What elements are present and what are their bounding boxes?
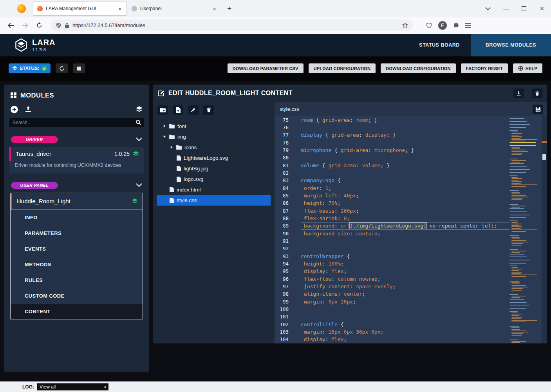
- tree-item-lightwarelogo-svg[interactable]: LightwareLogo.svg: [157, 153, 271, 163]
- code-line[interactable]: companyLogo {: [301, 177, 509, 184]
- nav-browse-modules[interactable]: BROWSE MODULES: [471, 34, 551, 56]
- code-line[interactable]: background: url(./img/LightwareLogo.svg)…: [301, 222, 509, 229]
- modules-layers-button[interactable]: [135, 106, 143, 113]
- module-menu-item-methods[interactable]: METHODS: [11, 257, 143, 273]
- tracking-protection-icon[interactable]: [56, 22, 61, 29]
- driver-collapse-chevron-icon[interactable]: [136, 137, 142, 141]
- tree-item-logo-svg[interactable]: logo.svg: [157, 174, 271, 184]
- code-line[interactable]: [301, 154, 509, 161]
- nav-status-board[interactable]: STATUS BOARD: [408, 34, 470, 56]
- code-line[interactable]: [301, 139, 509, 146]
- module-menu-item-parameters[interactable]: PARAMETERS: [11, 226, 143, 241]
- code-line[interactable]: display { grid-area: display; }: [301, 131, 509, 139]
- code-line[interactable]: volume { grid-area: volume; }: [301, 162, 509, 169]
- code-line[interactable]: [301, 313, 509, 320]
- tree-item-font[interactable]: font: [157, 121, 271, 132]
- chevron-right-icon[interactable]: [170, 145, 173, 149]
- code-line[interactable]: controlWrapper {: [301, 253, 509, 260]
- download-content-button[interactable]: [513, 89, 524, 98]
- maximize-button[interactable]: [515, 0, 533, 17]
- user-panel-collapse-chevron-icon[interactable]: [136, 183, 142, 187]
- delete-content-button[interactable]: [532, 89, 542, 98]
- scrollbar-thumb[interactable]: [542, 154, 546, 160]
- module-menu-item-content[interactable]: CONTENT: [11, 304, 143, 320]
- log-filter-select[interactable]: View all ▾: [37, 383, 108, 390]
- tree-item-lightbg-jpg[interactable]: lightBg.jpg: [157, 163, 271, 174]
- code-line[interactable]: background-size: contain;: [301, 230, 509, 237]
- minimap[interactable]: [509, 116, 542, 343]
- tree-item-index-html[interactable]: index.html: [157, 184, 271, 195]
- code-line[interactable]: [301, 124, 509, 131]
- close-window-button[interactable]: ×: [533, 0, 551, 17]
- code-line[interactable]: order: 1;: [301, 184, 509, 192]
- tree-item-style-css[interactable]: style.css: [157, 195, 271, 206]
- tab-list-chevron-icon[interactable]: [479, 0, 497, 17]
- code-line[interactable]: margin: 0px 20px;: [301, 298, 509, 305]
- code-line[interactable]: margin-left: 40px;: [301, 192, 509, 199]
- user-module-header[interactable]: Huddle_Room_Light: [11, 193, 143, 210]
- module-menu-item-rules[interactable]: RULES: [11, 273, 143, 288]
- new-file-button[interactable]: [173, 105, 183, 115]
- code-text-area[interactable]: room { grid-area: room; }display { grid-…: [295, 116, 509, 343]
- chevron-right-icon[interactable]: [163, 124, 166, 128]
- code-line[interactable]: flex-flow: column nowrap;: [301, 275, 509, 283]
- code-line[interactable]: justify-content: space-evenly;: [301, 283, 509, 290]
- code-line[interactable]: room { grid-area: room; }: [301, 116, 509, 124]
- status-button[interactable]: STATUS:: [9, 63, 51, 73]
- delete-file-button[interactable]: [203, 105, 214, 115]
- toolbar-button-download-configuration[interactable]: DOWNLOAD CONFIGURATION: [381, 63, 456, 73]
- toolbar-button-upload-configuration[interactable]: UPLOAD CONFIGURATION: [309, 63, 376, 73]
- tab-close-icon[interactable]: ×: [212, 5, 217, 13]
- toolbar-button-help[interactable]: HELP: [513, 63, 542, 73]
- stop-button[interactable]: [73, 63, 85, 73]
- browser-tab-lara-management-gui[interactable]: LARA Management GUI×: [33, 2, 127, 16]
- module-menu-item-events[interactable]: EVENTS: [11, 241, 143, 257]
- forward-button[interactable]: [19, 20, 31, 31]
- minimize-button[interactable]: —: [497, 0, 515, 17]
- code-line[interactable]: flex-shrink: 0;: [301, 215, 509, 222]
- menu-hamburger-icon[interactable]: [465, 23, 471, 28]
- profile-avatar[interactable]: F: [438, 21, 447, 30]
- chevron-down-icon[interactable]: [163, 135, 166, 139]
- new-folder-button[interactable]: [157, 105, 168, 115]
- code-line[interactable]: [301, 237, 509, 245]
- rename-file-button[interactable]: [188, 105, 199, 115]
- upload-module-button[interactable]: [25, 106, 32, 113]
- tab-close-icon[interactable]: ×: [117, 5, 123, 13]
- code-line[interactable]: [301, 169, 509, 177]
- code-line[interactable]: controlTitle {: [301, 321, 509, 328]
- toolbar-button-download-parameter-csv[interactable]: DOWNLOAD PARAMETER CSV: [228, 63, 304, 73]
- back-button[interactable]: [5, 20, 17, 31]
- code-line[interactable]: margin: 15px 0px 30px 0px;: [301, 328, 509, 336]
- pocket-shield-icon[interactable]: [426, 22, 432, 29]
- save-file-button[interactable]: [533, 105, 543, 114]
- add-module-button[interactable]: [10, 105, 18, 114]
- code-line[interactable]: height: 100%;: [301, 260, 509, 267]
- extensions-icon[interactable]: [453, 22, 459, 28]
- firefox-view-icon[interactable]: [17, 4, 26, 13]
- editor-scrollbar[interactable]: [542, 116, 547, 343]
- module-search-input[interactable]: [9, 118, 144, 127]
- code-line[interactable]: display: flex;: [301, 336, 509, 343]
- code-line[interactable]: display: flex;: [301, 267, 509, 275]
- lock-icon[interactable]: [65, 23, 69, 28]
- bookmark-star-icon[interactable]: [402, 22, 408, 28]
- refresh-button[interactable]: [56, 63, 68, 73]
- code-line[interactable]: [301, 245, 509, 252]
- browser-tab-userpanel[interactable]: Userpanel×: [128, 2, 221, 15]
- driver-module-header[interactable]: Taurus_driver 1.0.25: [9, 147, 144, 161]
- toolbar-button-factory-reset[interactable]: FACTORY RESET: [461, 63, 508, 73]
- tree-item-img[interactable]: img: [157, 132, 271, 142]
- code-line[interactable]: flex-basis: 260px;: [301, 207, 509, 215]
- code-line[interactable]: [301, 305, 509, 313]
- reload-button[interactable]: [33, 20, 45, 31]
- code-line[interactable]: height: 70%;: [301, 199, 509, 207]
- open-file-tab[interactable]: style.css: [280, 106, 299, 112]
- module-menu-item-custom-code[interactable]: CUSTOM CODE: [11, 288, 143, 304]
- url-bar[interactable]: https://172.24.5.67/lara/modules: [51, 20, 413, 31]
- tree-item-icons[interactable]: icons: [157, 142, 271, 153]
- code-line[interactable]: align-items: center;: [301, 290, 509, 298]
- new-tab-button[interactable]: +: [225, 4, 234, 13]
- code-line[interactable]: microphone { grid-area: microphone; }: [301, 146, 509, 154]
- module-menu-item-info[interactable]: INFO: [11, 210, 143, 226]
